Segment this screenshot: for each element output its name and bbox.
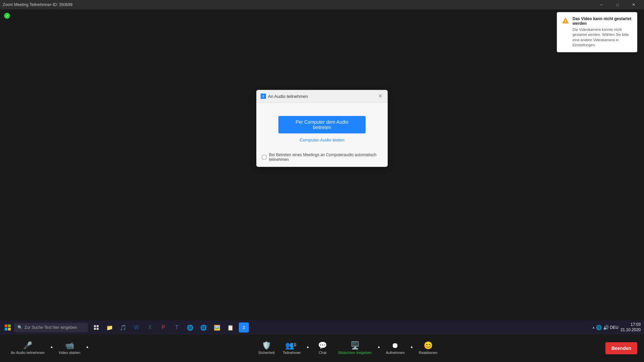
svg-rect-7 <box>97 325 99 327</box>
word-icon[interactable]: W <box>130 321 143 334</box>
share-label: Bildschirm freigeben <box>338 351 372 355</box>
participants-button[interactable]: 👥1 Teilnehmer <box>279 340 305 357</box>
warning-notification: ! Das Video kann nicht gestartet werden … <box>557 12 637 52</box>
svg-rect-2 <box>5 324 7 327</box>
title-bar: Zoom Meeting Teilnehmner-ID: 350699 ─ □ … <box>0 0 644 9</box>
end-meeting-button[interactable]: Beenden <box>605 342 637 354</box>
svg-rect-5 <box>8 328 11 330</box>
share-group: 🖥️ Bildschirm freigeben ▲ <box>334 340 382 357</box>
windows-taskbar: 🔍 Zur Suche Text hier eingeben 📁 🎵 W X P… <box>0 320 644 335</box>
file-explorer-icon[interactable]: 📁 <box>103 321 116 334</box>
zoom-taskbar-icon[interactable]: Z <box>237 321 250 334</box>
close-button[interactable]: ✕ <box>626 0 641 9</box>
security-label: Sicherheit <box>258 351 275 355</box>
chrome-icon[interactable]: 🌐 <box>184 321 197 334</box>
dialog-close-button[interactable]: ✕ <box>377 93 383 100</box>
minimize-button[interactable]: ─ <box>594 0 609 9</box>
audio-dialog: Z An Audio teilnehmen ✕ Per Computer dem… <box>256 90 388 167</box>
edge-icon[interactable]: 🌐 <box>197 321 210 334</box>
start-button[interactable] <box>1 321 14 334</box>
taskbar-search[interactable]: 🔍 Zur Suche Text hier eingeben <box>14 323 88 332</box>
task-view-button[interactable] <box>90 321 103 334</box>
video-group: 📹 Video starten ▲ <box>55 340 91 357</box>
dialog-header: Z An Audio teilnehmen ✕ <box>257 90 387 103</box>
zoom-app-icon: Z <box>239 322 249 333</box>
clock-time: 17:03 <box>621 322 641 327</box>
title-bar-controls: ─ □ ✕ <box>594 0 641 9</box>
dialog-title: An Audio teilnehmen <box>268 94 375 99</box>
search-placeholder: Zur Suche Text hier eingeben <box>24 325 77 330</box>
photos-icon[interactable]: 🖼️ <box>211 321 223 334</box>
record-group: ⏺ Aufnehmen ▲ <box>382 340 415 357</box>
zoom-logo-icon: Z <box>261 94 266 99</box>
participants-arrow-icon[interactable]: ▲ <box>305 344 311 350</box>
svg-rect-3 <box>8 324 11 327</box>
audio-arrow-icon[interactable]: ▲ <box>49 344 55 350</box>
svg-rect-8 <box>94 328 96 330</box>
chat-label: Chat <box>319 351 326 355</box>
reactions-icon: 😊 <box>424 342 433 349</box>
participants-label: Teilnehmer <box>283 351 301 355</box>
keyboard-layout[interactable]: DEU <box>610 325 619 330</box>
screen-share-icon: 🖥️ <box>351 342 360 349</box>
video-label: Video starten <box>59 351 80 355</box>
svg-rect-4 <box>5 328 7 330</box>
record-button[interactable]: ⏺ Aufnehmen <box>382 340 409 357</box>
taskbar-pinned-icons: 📁 🎵 W X P T 🌐 🌐 🖼️ 📋 Z <box>90 321 250 334</box>
windows-logo-icon <box>5 324 11 330</box>
share-arrow-icon[interactable]: ▲ <box>376 344 382 350</box>
tray-expand-icon[interactable]: ∧ <box>592 326 595 329</box>
svg-rect-9 <box>97 328 99 330</box>
record-label: Aufnehmen <box>386 351 405 355</box>
system-clock[interactable]: 17:03 21.10.2020 <box>621 322 641 333</box>
warning-triangle-icon: ! <box>562 17 569 24</box>
dialog-footer: Bei Betreten eines Meetings an Computera… <box>257 149 387 167</box>
reactions-button[interactable]: 😊 Reaktionen <box>415 340 441 357</box>
participants-group: 👥1 Teilnehmer ▲ <box>279 340 311 357</box>
participants-badge: 1 <box>293 343 298 347</box>
warning-title: Das Video kann nicht gestartet werden <box>573 16 632 26</box>
excel-icon[interactable]: X <box>144 321 156 334</box>
meeting-toolbar: 🎤 An Audio teilnehmen ▲ 📹 Video starten … <box>0 335 644 362</box>
record-arrow-icon[interactable]: ▲ <box>409 344 415 350</box>
title-bar-text: Zoom Meeting Teilnehmner-ID: 350699 <box>3 2 594 7</box>
tray-icons: ∧ 🌐 🔊 DEU <box>592 325 619 330</box>
chat-icon: 💬 <box>318 342 327 349</box>
explorer2-icon[interactable]: 📋 <box>224 321 237 334</box>
camera-off-icon: 📹 <box>65 342 74 349</box>
video-arrow-icon[interactable]: ▲ <box>84 344 90 350</box>
search-icon: 🔍 <box>17 325 22 330</box>
svg-text:!: ! <box>565 19 566 23</box>
security-button[interactable]: 🛡️ Sicherheit <box>254 340 279 357</box>
reactions-label: Reaktionen <box>419 351 437 355</box>
auto-join-checkbox[interactable] <box>262 155 266 160</box>
join-computer-audio-button[interactable]: Per Computer dem Audio beitreten <box>278 116 366 133</box>
svg-rect-6 <box>94 325 96 327</box>
test-audio-link[interactable]: Computer-Audio testen <box>300 137 344 142</box>
warning-icon: ! <box>562 17 569 48</box>
powerpoint-icon[interactable]: P <box>157 321 170 334</box>
record-icon: ⏺ <box>391 342 399 349</box>
network-icon[interactable]: 🌐 <box>596 325 602 330</box>
teams-icon[interactable]: T <box>170 321 183 334</box>
audio-group: 🎤 An Audio teilnehmen ▲ <box>7 340 55 357</box>
auto-join-label: Bei Betreten eines Meetings an Computera… <box>269 153 382 162</box>
chat-button[interactable]: 💬 Chat <box>311 340 334 357</box>
participants-icon: 👥1 <box>285 342 299 349</box>
warning-text: Das Video kann nicht gestartet werden Di… <box>573 16 632 48</box>
dialog-body: Per Computer dem Audio beitreten Compute… <box>257 103 387 149</box>
system-tray: ∧ 🌐 🔊 DEU 17:03 21.10.2020 <box>592 322 643 333</box>
spotify-icon[interactable]: 🎵 <box>117 321 129 334</box>
volume-icon[interactable]: 🔊 <box>603 325 609 330</box>
screen-share-button[interactable]: 🖥️ Bildschirm freigeben <box>334 340 376 357</box>
shield-icon: 🛡️ <box>262 342 271 349</box>
warning-body: Die Videokamera konnte nicht gestartet w… <box>573 27 632 48</box>
status-indicator <box>4 13 10 19</box>
microphone-off-icon: 🎤 <box>23 342 32 349</box>
audio-label: An Audio teilnehmen <box>11 351 45 355</box>
clock-date: 21.10.2020 <box>621 327 641 333</box>
restore-button[interactable]: □ <box>610 0 625 9</box>
audio-button[interactable]: 🎤 An Audio teilnehmen <box>7 340 49 357</box>
video-button[interactable]: 📹 Video starten <box>55 340 85 357</box>
